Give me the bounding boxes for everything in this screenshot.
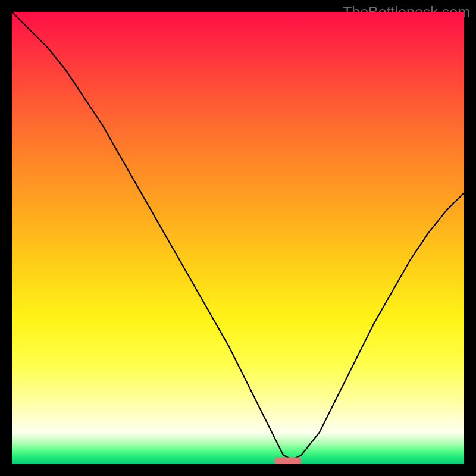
plot-area	[12, 12, 464, 464]
bottleneck-curve	[12, 12, 464, 459]
chart-frame: TheBottleneck.com	[0, 0, 476, 476]
optimal-marker	[274, 458, 302, 464]
curve-svg	[12, 12, 464, 464]
